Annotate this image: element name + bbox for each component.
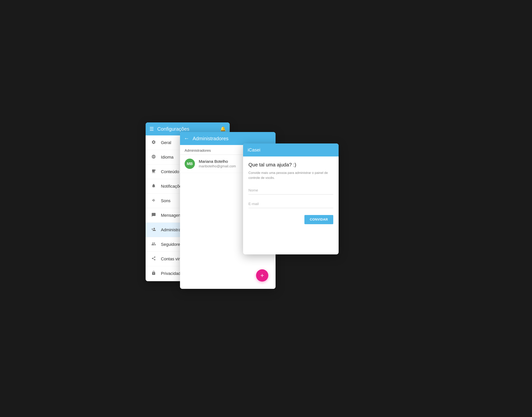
nome-input[interactable] bbox=[248, 186, 333, 195]
add-admin-fab[interactable]: + bbox=[256, 269, 268, 281]
convidar-button[interactable]: CONVIDAR bbox=[304, 215, 333, 224]
settings-title: Configurações bbox=[157, 126, 217, 132]
admins-header: ← Administradores bbox=[180, 132, 276, 145]
sidebar-item-mensagens-label: Mensagens bbox=[161, 213, 183, 218]
dialog-actions: CONVIDAR bbox=[248, 215, 333, 224]
sidebar-item-conteudo-label: Conteúdo bbox=[161, 169, 179, 174]
volume-icon bbox=[151, 198, 156, 204]
dialog-header: iCasei bbox=[243, 144, 339, 156]
admin-info: Mariana Botelho maribotelho@gmail.com bbox=[199, 159, 236, 168]
globe-icon bbox=[151, 154, 156, 160]
content-icon bbox=[151, 169, 156, 175]
back-icon[interactable]: ← bbox=[184, 136, 189, 142]
gear-icon bbox=[151, 140, 156, 146]
dialog-description: Convide mais uma pessoa para administrar… bbox=[248, 170, 333, 180]
sidebar-item-geral-label: Geral bbox=[161, 140, 171, 145]
share-icon bbox=[151, 256, 156, 262]
add-person-icon bbox=[151, 227, 156, 233]
dialog-headline: Que tal uma ajuda? :) bbox=[248, 162, 333, 168]
icasei-dialog: iCasei Que tal uma ajuda? :) Convide mai… bbox=[243, 144, 339, 254]
message-icon bbox=[151, 212, 156, 218]
notification-icon bbox=[151, 183, 156, 189]
email-input[interactable] bbox=[248, 200, 333, 208]
admins-title: Administradores bbox=[193, 136, 272, 142]
avatar: MB bbox=[185, 159, 195, 169]
sidebar-item-seguidores-label: Seguidores bbox=[161, 242, 182, 247]
hamburger-icon[interactable]: ☰ bbox=[150, 126, 154, 132]
lock-icon bbox=[151, 271, 156, 276]
bell-icon[interactable]: 🔔 bbox=[220, 126, 226, 132]
sidebar-item-idioma-label: Idioma bbox=[161, 155, 173, 160]
sidebar-item-sons-label: Sons bbox=[161, 198, 171, 203]
dialog-body: Que tal uma ajuda? :) Convide mais uma p… bbox=[243, 156, 339, 229]
dialog-app-name: iCasei bbox=[248, 147, 334, 153]
group-icon bbox=[151, 242, 156, 247]
admin-email: maribotelho@gmail.com bbox=[199, 164, 236, 168]
admin-name: Mariana Botelho bbox=[199, 159, 236, 164]
